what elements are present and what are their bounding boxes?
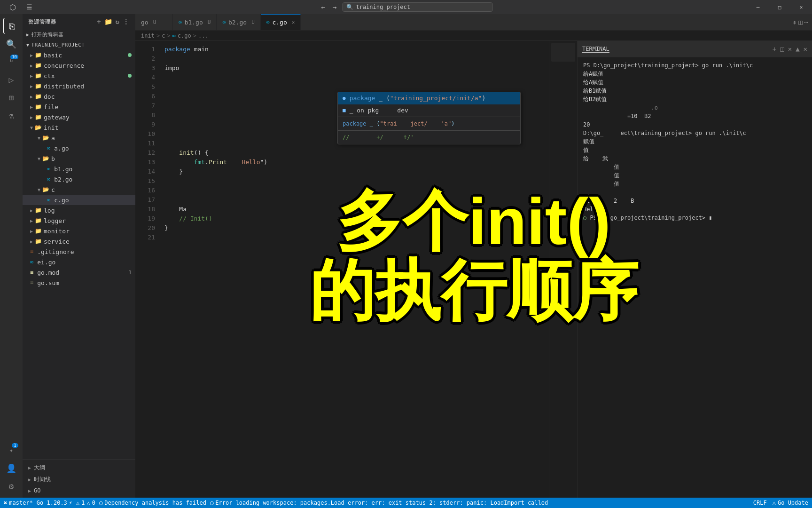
project-header[interactable]: ▼ TRAINING_PROJECT bbox=[23, 40, 135, 50]
terminal-content[interactable]: PS D:\go_project\training_project> go ru… bbox=[578, 57, 812, 498]
sidebar-item-gateway[interactable]: ▶ 📁 gateway bbox=[23, 112, 135, 122]
source-control-icon[interactable]: ⁶ 10 bbox=[3, 54, 19, 70]
sidebar-item-doc[interactable]: ▶ 📁 doc bbox=[23, 91, 135, 102]
sidebar-item-init[interactable]: ▼ 📂 init bbox=[23, 122, 135, 133]
folder-icon: 📁 bbox=[35, 114, 42, 120]
sidebar-item-distributed[interactable]: ▶ 📁 distributed bbox=[23, 81, 135, 91]
autocomplete-popup[interactable]: ● package _ ("training_project/init/a") … bbox=[337, 92, 521, 144]
code-line-14: } bbox=[164, 167, 543, 176]
sidebar-item-a[interactable]: ▼ 📂 a bbox=[23, 133, 135, 143]
explorer-icon[interactable]: ⎘ bbox=[3, 18, 19, 34]
sidebar-item-go-mod[interactable]: ≡ go.mod 1 bbox=[23, 267, 135, 278]
split-terminal-icon[interactable]: ◫ bbox=[780, 45, 784, 53]
terminal-tab[interactable]: TERMINAL bbox=[582, 46, 609, 53]
tab-cgo[interactable]: ∞ c.go ✕ bbox=[261, 14, 301, 30]
encoding-label: CRLF bbox=[753, 500, 767, 506]
encoding-status[interactable]: CRLF bbox=[753, 500, 767, 506]
sidebar-item-logger[interactable]: ▶ 📁 logger bbox=[23, 215, 135, 226]
sidebar-item-ei-go[interactable]: ∞ ei.go bbox=[23, 257, 135, 267]
branch-status[interactable]: ✖ master* bbox=[4, 500, 33, 506]
editor-area: go U ∞ b1.go U ∞ b2.go U ∞ c.go ✕ ⇞ ◫ ⋯ bbox=[135, 14, 812, 498]
search-box[interactable]: 🔍 training_project bbox=[342, 2, 492, 12]
sidebar-item-file[interactable]: ▶ 📁 file bbox=[23, 102, 135, 112]
go-update-status[interactable]: △ Go Update bbox=[773, 500, 808, 506]
dependency-status[interactable]: ◯ Dependency analysis has failed bbox=[99, 500, 206, 506]
timeline-section[interactable]: ▶ 时间线 bbox=[23, 474, 135, 485]
remote-badge: 1 bbox=[12, 443, 18, 448]
new-file-icon[interactable]: + bbox=[97, 18, 101, 25]
test-icon[interactable]: ⚗ bbox=[3, 107, 19, 123]
sidebar-item-log[interactable]: ▶ 📁 log bbox=[23, 205, 135, 215]
workspace-icon: ◯ bbox=[210, 500, 213, 506]
distributed-arrow: ▶ bbox=[30, 84, 33, 89]
search-icon[interactable]: 🔍 bbox=[3, 36, 19, 52]
terminal-line-11: 值 bbox=[583, 146, 806, 154]
more-actions-icon[interactable]: ⋯ bbox=[804, 18, 808, 26]
run-icon[interactable]: ▷ bbox=[3, 71, 19, 87]
settings-icon[interactable]: ⚙ bbox=[3, 478, 19, 494]
sidebar-header-icons: + 📁 ↻ ⋮ bbox=[97, 18, 130, 25]
sidebar-header: 资源管理器 + 📁 ↻ ⋮ bbox=[23, 14, 135, 29]
sidebar-item-concurrence[interactable]: ▶ 📁 concurrence bbox=[23, 60, 135, 71]
hamburger-menu[interactable]: ☰ bbox=[24, 2, 34, 12]
basic-label: basic bbox=[44, 52, 62, 59]
sidebar: 资源管理器 + 📁 ↻ ⋮ ▶ 打开的编辑器 ▼ TRAINING_PROJEC… bbox=[23, 14, 135, 498]
outline-section[interactable]: ▶ 大纲 bbox=[23, 462, 135, 474]
code-area[interactable]: package main impo init() { fmt.Print Hel… bbox=[159, 41, 549, 498]
sidebar-item-c[interactable]: ▼ 📂 c bbox=[23, 184, 135, 195]
editor-content[interactable]: 1 2 3 4 5 6 7 8 9 10 11 12 13 14 15 16 1 bbox=[135, 41, 577, 498]
sidebar-item-service[interactable]: ▶ 📁 service bbox=[23, 236, 135, 246]
sidebar-item-b2-go[interactable]: ∞ b2.go bbox=[23, 174, 135, 184]
sidebar-item-b[interactable]: ▼ 📂 b bbox=[23, 153, 135, 164]
tab-b2go[interactable]: ∞ b2.go U bbox=[217, 14, 260, 30]
new-terminal-icon[interactable]: + bbox=[773, 45, 776, 53]
sidebar-item-basic[interactable]: ▶ 📁 basic bbox=[23, 50, 135, 60]
sidebar-item-gitignore[interactable]: ≡ .gitignore bbox=[23, 246, 135, 257]
close-panel-icon[interactable]: ✕ bbox=[804, 45, 807, 53]
new-folder-icon[interactable]: 📁 bbox=[104, 18, 113, 25]
account-icon[interactable]: 👤 bbox=[3, 460, 19, 476]
go-tab-icon3: ∞ bbox=[266, 19, 270, 25]
tab-cgo-close[interactable]: ✕ bbox=[292, 19, 295, 25]
errors-status[interactable]: ⚠ 1 △ 0 bbox=[76, 500, 95, 506]
sidebar-item-b1-go[interactable]: ∞ b1.go bbox=[23, 164, 135, 174]
autocomplete-item-1[interactable]: ● package _ ("training_project/init/a") bbox=[338, 92, 520, 104]
close-button[interactable]: ✕ bbox=[790, 0, 812, 14]
sidebar-item-ctx[interactable]: ▶ 📁 ctx bbox=[23, 71, 135, 81]
autocomplete-item-2[interactable]: ■ _ on pkg dev bbox=[338, 104, 520, 117]
go-version-status[interactable]: Go 1.20.3 ⚡ bbox=[37, 500, 72, 506]
breadcrumb-cgo[interactable]: c.go bbox=[178, 32, 191, 39]
search-icon: 🔍 bbox=[346, 4, 353, 10]
nav-forward-button[interactable]: → bbox=[331, 2, 338, 12]
sidebar-item-go-sum[interactable]: ≡ go.sum bbox=[23, 278, 135, 288]
collapse-icon[interactable]: ⋮ bbox=[123, 18, 130, 25]
refresh-icon[interactable]: ↻ bbox=[116, 18, 120, 25]
workspace-status[interactable]: ◯ Error loading workspace: packages.Load… bbox=[210, 500, 548, 506]
tab-go[interactable]: go U bbox=[135, 14, 173, 30]
breadcrumb-c[interactable]: c bbox=[162, 32, 165, 39]
breadcrumb-init[interactable]: init bbox=[141, 32, 155, 39]
remote-icon[interactable]: ✦ 1 bbox=[3, 442, 19, 458]
terminal-header: TERMINAL + ◫ ✕ ▲ ✕ bbox=[578, 41, 812, 57]
minimize-button[interactable]: ─ bbox=[747, 0, 769, 14]
open-editors-header[interactable]: ▶ 打开的编辑器 bbox=[23, 29, 135, 40]
extensions-icon[interactable]: ⊞ bbox=[3, 89, 19, 105]
layout-icon[interactable]: ◫ bbox=[798, 18, 802, 26]
service-arrow: ▶ bbox=[30, 239, 33, 244]
nav-back-button[interactable]: ← bbox=[320, 2, 327, 12]
breadcrumb-ellipsis[interactable]: ... bbox=[198, 32, 209, 39]
sidebar-item-a-go[interactable]: ∞ a.go bbox=[23, 143, 135, 153]
monitor-arrow: ▶ bbox=[30, 229, 33, 234]
tab-b1go[interactable]: ∞ b1.go U bbox=[173, 14, 217, 30]
maximize-panel-icon[interactable]: ▲ bbox=[796, 45, 799, 53]
go-tab-icon2: ∞ bbox=[222, 19, 226, 25]
split-editor-icon[interactable]: ⇞ bbox=[793, 18, 796, 26]
kill-terminal-icon[interactable]: ✕ bbox=[788, 45, 792, 53]
go-section[interactable]: ▶ GO bbox=[23, 485, 135, 496]
code-line-15 bbox=[164, 176, 543, 186]
maximize-button[interactable]: □ bbox=[769, 0, 790, 14]
sidebar-item-c-go[interactable]: ∞ c.go bbox=[23, 195, 135, 205]
sidebar-item-monitor[interactable]: ▶ 📁 monitor bbox=[23, 226, 135, 236]
minimap-content bbox=[551, 43, 575, 62]
doc-arrow: ▶ bbox=[30, 94, 33, 99]
